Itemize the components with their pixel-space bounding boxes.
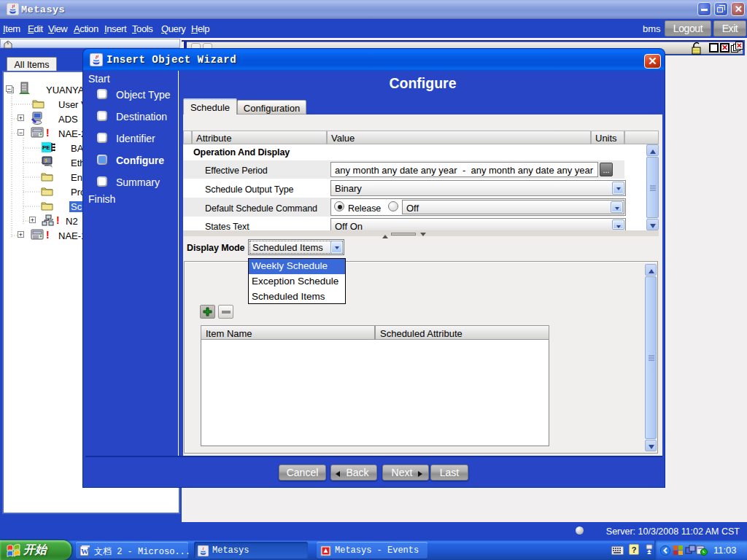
svg-text:W: W [81,548,88,556]
svg-text:PE: PE [42,144,50,151]
